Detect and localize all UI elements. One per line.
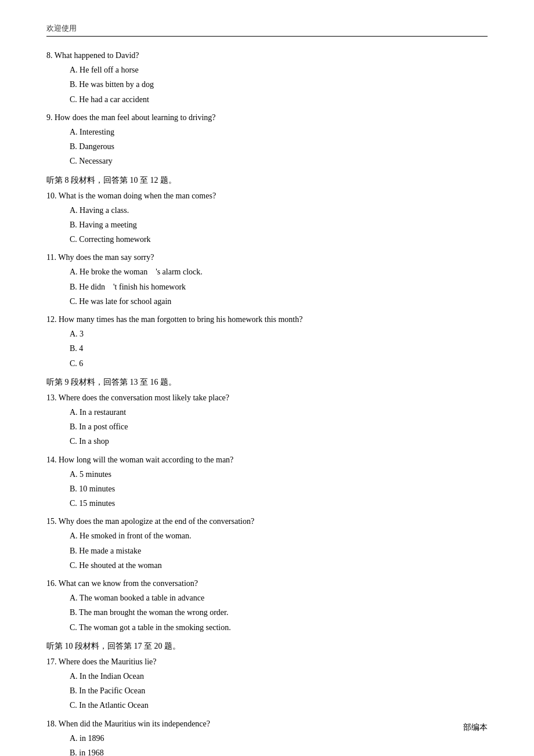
question-text-q14: 14. How long will the woman wait accordi… xyxy=(46,453,488,467)
question-block-q17: 17. Where does the Mauritius lie?A. In t… xyxy=(46,654,488,713)
question-text-q8: 8. What happened to David? xyxy=(46,48,488,63)
option-q13-0: A. In a restaurant xyxy=(70,405,488,419)
option-q8-1: B. He was bitten by a dog xyxy=(70,77,488,92)
section-label-section9: 听第 9 段材料，回答第 13 至 16 题。 xyxy=(46,374,488,390)
option-q18-0: A. in 1896 xyxy=(70,731,488,746)
option-q8-2: C. He had a car accident xyxy=(70,92,488,107)
option-q8-0: A. He fell off a horse xyxy=(70,63,488,77)
content-area: 8. What happened to David?A. He fell off… xyxy=(46,48,488,756)
question-block-q10: 10. What is the woman doing when the man… xyxy=(46,189,488,247)
option-q15-1: B. He made a mistake xyxy=(70,544,488,558)
footer-label: 部编本 xyxy=(463,722,488,733)
option-q12-2: C. 6 xyxy=(70,356,488,371)
page-header: 欢迎使用 xyxy=(46,23,488,37)
option-q10-1: B. Having a meeting xyxy=(70,218,488,232)
option-q17-0: A. In the Indian Ocean xyxy=(70,669,488,683)
option-q11-0: A. He broke the woman 's alarm clock. xyxy=(70,265,488,279)
option-q10-2: C. Correcting homework xyxy=(70,232,488,247)
option-q16-1: B. The man brought the woman the wrong o… xyxy=(70,605,488,620)
option-q15-2: C. He shouted at the woman xyxy=(70,558,488,573)
question-text-q18: 18. When did the Mauritius win its indep… xyxy=(46,717,488,731)
option-q9-0: A. Interesting xyxy=(70,125,488,139)
option-q13-1: B. In a post office xyxy=(70,419,488,434)
header-divider xyxy=(46,36,488,37)
option-q14-0: A. 5 minutes xyxy=(70,467,488,482)
question-text-q12: 12. How many times has the man forgotten… xyxy=(46,312,488,327)
question-block-q8: 8. What happened to David?A. He fell off… xyxy=(46,48,488,107)
option-q15-0: A. He smoked in front of the woman. xyxy=(70,529,488,543)
question-text-q9: 9. How does the man feel about learning … xyxy=(46,110,488,125)
option-q10-0: A. Having a class. xyxy=(70,203,488,218)
option-q11-2: C. He was late for school again xyxy=(70,294,488,309)
option-q16-2: C. The woman got a table in the smoking … xyxy=(70,620,488,635)
option-q12-1: B. 4 xyxy=(70,341,488,356)
question-block-q12: 12. How many times has the man forgotten… xyxy=(46,312,488,371)
question-text-q10: 10. What is the woman doing when the man… xyxy=(46,189,488,203)
question-block-q16: 16. What can we know from the conversati… xyxy=(46,576,488,635)
question-text-q16: 16. What can we know from the conversati… xyxy=(46,576,488,591)
section-label-section8: 听第 8 段材料，回答第 10 至 12 题。 xyxy=(46,172,488,189)
option-q18-1: B. in 1968 xyxy=(70,746,488,756)
question-block-q9: 9. How does the man feel about learning … xyxy=(46,110,488,169)
option-q17-2: C. In the Atlantic Ocean xyxy=(70,698,488,712)
option-q9-1: B. Dangerous xyxy=(70,139,488,154)
option-q13-2: C. In a shop xyxy=(70,434,488,448)
question-text-q17: 17. Where does the Mauritius lie? xyxy=(46,654,488,669)
question-block-q14: 14. How long will the woman wait accordi… xyxy=(46,453,488,511)
option-q11-1: B. He didn 't finish his homework xyxy=(70,280,488,294)
question-block-q18: 18. When did the Mauritius win its indep… xyxy=(46,717,488,757)
question-text-q15: 15. Why does the man apologize at the en… xyxy=(46,514,488,529)
question-block-q11: 11. Why does the man say sorry?A. He bro… xyxy=(46,250,488,309)
option-q14-2: C. 15 minutes xyxy=(70,496,488,511)
question-block-q15: 15. Why does the man apologize at the en… xyxy=(46,514,488,573)
option-q14-1: B. 10 minutes xyxy=(70,482,488,496)
section-label-section10: 听第 10 段材料，回答第 17 至 20 题。 xyxy=(46,638,488,654)
option-q17-1: B. In the Pacific Ocean xyxy=(70,683,488,698)
option-q12-0: A. 3 xyxy=(70,327,488,341)
question-block-q13: 13. Where does the conversation most lik… xyxy=(46,390,488,449)
question-text-q11: 11. Why does the man say sorry? xyxy=(46,250,488,265)
question-text-q13: 13. Where does the conversation most lik… xyxy=(46,390,488,405)
option-q9-2: C. Necessary xyxy=(70,154,488,168)
option-q16-0: A. The woman booked a table in advance xyxy=(70,591,488,605)
header-title: 欢迎使用 xyxy=(46,23,488,34)
